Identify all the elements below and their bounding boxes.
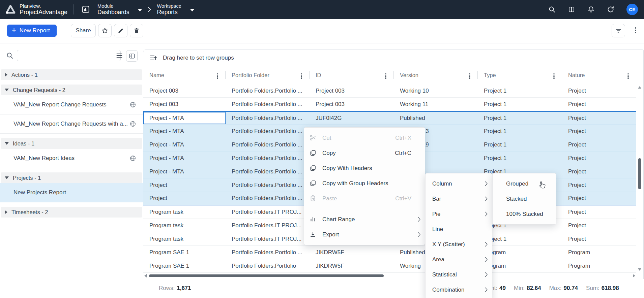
table-row[interactable]: Project 003Portfolio Folders.Portfolio .… (143, 98, 636, 111)
collapse-triangle-icon[interactable] (5, 142, 9, 145)
scroll-left-icon[interactable] (144, 274, 147, 277)
column-header-nature[interactable]: Nature (562, 66, 636, 84)
table-cell[interactable]: Program SAE 1 (143, 246, 226, 259)
module-chevron-down-icon[interactable] (138, 9, 142, 11)
column-header-name[interactable]: Name (143, 66, 226, 84)
user-avatar[interactable]: CE (626, 4, 638, 15)
table-cell[interactable]: Program (562, 259, 636, 272)
table-cell[interactable]: Project - MTA (143, 165, 226, 178)
column-header-id[interactable]: ID (310, 66, 394, 84)
table-cell[interactable]: Portfolio Folders.IT PROJ... (226, 232, 310, 245)
scroll-right-icon[interactable] (633, 274, 635, 277)
menu-item-area[interactable]: Area (426, 252, 492, 267)
table-cell[interactable]: Project 003 (143, 98, 226, 111)
menu-item-line[interactable]: Line (426, 222, 492, 237)
table-cell[interactable]: Project 1 (478, 152, 562, 165)
table-cell[interactable]: JUF0I42G (310, 112, 394, 124)
column-header-portfolio-folder[interactable]: Portfolio Folder (226, 66, 310, 84)
table-row[interactable]: Project - MTAPortfolio Folders.Portfolio… (143, 111, 636, 125)
table-cell[interactable]: Project - MTA (143, 125, 226, 138)
scroll-up-icon[interactable] (638, 86, 641, 89)
table-cell[interactable]: Portfolio Folders.Portfolio ... (226, 98, 310, 111)
table-cell[interactable]: Project 1 (478, 138, 562, 151)
table-cell[interactable]: Project (562, 112, 636, 124)
table-cell[interactable]: Project (562, 205, 636, 219)
menu-item-combination[interactable]: Combination (426, 282, 492, 297)
menu-item-export[interactable]: Export (304, 227, 425, 242)
share-button[interactable]: Share (71, 24, 96, 37)
menu-item-pie[interactable]: Pie (426, 206, 492, 222)
table-cell[interactable]: Project - MTA (143, 112, 226, 124)
edit-button[interactable] (114, 24, 127, 37)
table-row[interactable]: Program SAE 1Portfolio Folders.Portfolio… (143, 246, 636, 259)
row-group-drop-zone[interactable]: Drag here to set row groups (143, 49, 643, 66)
new-report-button[interactable]: + New Report (7, 25, 57, 37)
documentation-book-icon[interactable] (568, 6, 575, 13)
collapse-triangle-icon[interactable] (5, 89, 9, 91)
menu-item-x-y-scatter-[interactable]: X Y (Scatter) (426, 237, 492, 252)
sidebar-list-options-icon[interactable] (116, 52, 123, 59)
vertical-scroll-thumb[interactable] (638, 158, 641, 189)
report-list-item[interactable]: VAM_New Report Change Requests (0, 95, 143, 114)
menu-item-grouped[interactable]: Grouped (493, 176, 556, 191)
table-cell[interactable]: JIKDRW5F (310, 259, 394, 272)
table-cell[interactable]: Project (562, 125, 636, 138)
table-cell[interactable]: Project (562, 165, 636, 178)
delete-button[interactable] (130, 24, 143, 37)
column-menu-icon[interactable] (627, 72, 629, 80)
report-list-item[interactable]: VAM_New Report Change Requests with a... (0, 114, 143, 134)
table-cell[interactable]: Project 003 (143, 84, 226, 97)
vertical-scrollbar[interactable] (637, 86, 642, 271)
column-menu-icon[interactable] (553, 72, 555, 80)
horizontal-scrollbar[interactable] (144, 273, 635, 278)
menu-item-copy-with-headers[interactable]: Copy With Headers (304, 161, 425, 176)
table-cell[interactable]: Working 11 (394, 98, 478, 111)
table-cell[interactable]: Portfolio Folders.Portfolio ... (226, 152, 310, 165)
table-cell[interactable]: Portfolio Folders.Portfolio ... (226, 138, 310, 151)
table-cell[interactable]: Project - MTA (143, 152, 226, 165)
table-cell[interactable]: Portfolio Folders.Portfolio ... (226, 178, 310, 192)
menu-item-copy[interactable]: CopyCtrl+C (304, 145, 425, 161)
table-cell[interactable]: Project (562, 192, 636, 205)
expand-triangle-icon[interactable] (5, 73, 7, 77)
column-resize-handle[interactable] (636, 71, 636, 79)
column-header-type[interactable]: Type (478, 66, 562, 84)
table-cell[interactable]: Portfolio Folders.Portfolio (226, 259, 310, 272)
column-menu-icon[interactable] (385, 72, 386, 80)
report-list-item[interactable]: VAM_New Report Ideas (0, 149, 143, 168)
table-cell[interactable]: Project - MTA (143, 138, 226, 151)
table-cell[interactable]: Project 1 (478, 84, 562, 97)
sidebar-group-timesheets-2[interactable]: Timesheets - 2 (1, 207, 142, 218)
collapse-triangle-icon[interactable] (5, 176, 9, 179)
table-cell[interactable]: Project (143, 192, 226, 205)
sidebar-group-actions-1[interactable]: Actions - 1 (1, 69, 142, 80)
menu-item-bar[interactable]: Bar (426, 191, 492, 206)
table-cell[interactable]: Portfolio Folders.Portfolio ... (226, 165, 310, 178)
sidebar-search-input[interactable] (17, 50, 121, 61)
table-cell[interactable]: Portfolio Folders.Portfolio ... (226, 112, 310, 124)
table-cell[interactable]: JIKDRW5F (310, 246, 394, 259)
horizontal-scroll-thumb[interactable] (149, 274, 384, 277)
table-cell[interactable]: Project 1 (478, 125, 562, 138)
table-cell[interactable]: Program task (143, 219, 226, 232)
workspace-switcher[interactable]: Workspace Reports (157, 3, 194, 16)
table-cell[interactable]: Portfolio Folders.Portfolio ... (226, 84, 310, 97)
table-cell[interactable]: Project 1 (478, 98, 562, 111)
column-menu-icon[interactable] (301, 72, 302, 80)
table-cell[interactable]: Portfolio Folders.Portfolio ... (226, 192, 310, 205)
table-row[interactable]: Program SAE 1Portfolio Folders.Portfolio… (143, 259, 636, 273)
table-cell[interactable]: Project 003 (310, 98, 394, 111)
table-cell[interactable]: Program SAE 1 (143, 259, 226, 272)
workspace-chevron-down-icon[interactable] (190, 9, 194, 11)
sidebar-group-ideas-1[interactable]: Ideas - 1 (1, 138, 142, 149)
sidebar-group-change-requests-2[interactable]: Change Requests - 2 (1, 85, 142, 95)
table-cell[interactable]: Project (562, 152, 636, 165)
column-menu-icon[interactable] (217, 72, 218, 80)
table-cell[interactable]: Project (143, 178, 226, 192)
table-cell[interactable]: Published (394, 112, 478, 124)
notifications-bell-icon[interactable] (587, 6, 595, 13)
sidebar-group-projects-1[interactable]: Projects - 1 (1, 172, 142, 183)
toolbar-overflow-menu[interactable] (635, 26, 637, 34)
table-cell[interactable]: Portfolio Folders.IT PROJ... (226, 219, 310, 232)
menu-item-column[interactable]: Column (426, 176, 492, 191)
